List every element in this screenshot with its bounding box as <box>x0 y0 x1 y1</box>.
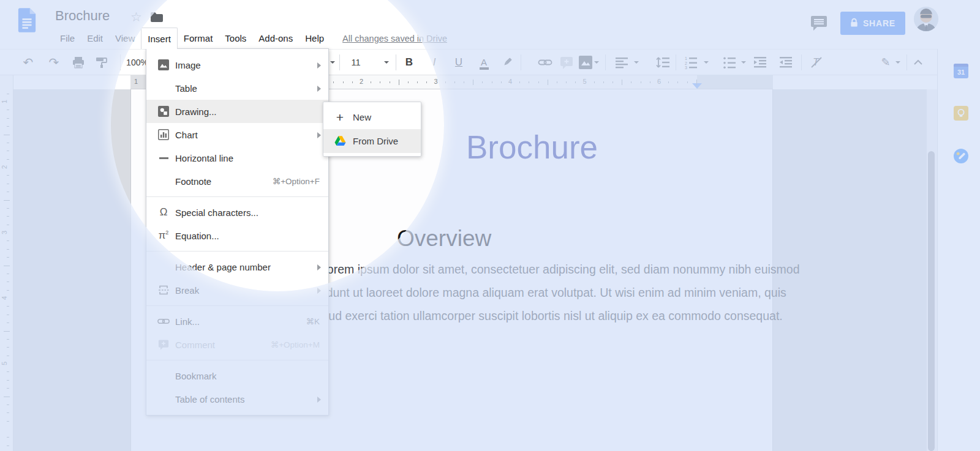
ruler-number: 2 <box>1 165 8 169</box>
print-button[interactable] <box>70 50 87 75</box>
ruler-tick <box>408 81 409 83</box>
font-family-select-arrow[interactable] <box>328 50 337 75</box>
share-button[interactable]: SHARE <box>840 12 905 35</box>
toolbar-divider <box>339 54 340 70</box>
menu-item-equation[interactable]: π2Equation... <box>146 224 328 247</box>
line-spacing-button[interactable] <box>653 50 673 75</box>
numbered-list-button[interactable]: 123 <box>682 50 700 75</box>
google-docs-logo-icon[interactable] <box>17 7 37 35</box>
insert-comment-button[interactable] <box>557 50 576 75</box>
menu-item-horizontal-line[interactable]: Horizontal line <box>146 146 328 170</box>
comments-icon[interactable] <box>810 15 828 35</box>
insert-image-button[interactable] <box>576 50 595 75</box>
ruler-tick <box>417 81 418 83</box>
bulleted-list-button[interactable] <box>720 50 739 75</box>
undo-button[interactable]: ↶ <box>20 50 37 75</box>
menu-item-label: Table of contents <box>175 394 328 404</box>
increase-indent-button[interactable] <box>777 50 795 75</box>
menu-item-shortcut: ⌘+Option+M <box>271 340 320 349</box>
avatar[interactable] <box>914 7 938 31</box>
ruler-tick <box>7 184 9 184</box>
menu-divider <box>146 196 328 197</box>
menubar-item-help[interactable]: Help <box>299 28 330 49</box>
document-title[interactable]: Brochure <box>55 8 110 24</box>
menu-item-drawing[interactable]: Drawing... <box>146 100 328 123</box>
scrollbar-thumb[interactable] <box>928 151 935 451</box>
menu-item-footnote[interactable]: Footnote⌘+Option+F <box>146 170 328 193</box>
redo-button[interactable]: ↷ <box>45 50 62 75</box>
menu-item-image[interactable]: Image <box>146 53 328 76</box>
right-indent-marker-icon[interactable] <box>692 83 702 89</box>
menu-item-chart[interactable]: Chart <box>146 123 328 146</box>
ruler-tick <box>7 175 9 176</box>
ruler-tick <box>343 81 344 83</box>
image-icon <box>154 59 173 70</box>
ruler-tick <box>7 118 9 119</box>
paint-format-button[interactable] <box>93 50 110 75</box>
ruler-tick <box>4 331 10 332</box>
ruler-tick <box>7 216 9 217</box>
ruler-tick <box>7 380 9 381</box>
submenu-item-label: New <box>353 112 371 122</box>
italic-button[interactable]: I <box>426 50 443 75</box>
svg-text:1: 1 <box>685 56 687 61</box>
text-color-button[interactable]: A <box>475 50 492 75</box>
ruler-tick <box>7 110 9 110</box>
ruler-tick <box>7 339 9 340</box>
bulleted-list-arrow[interactable] <box>740 50 747 75</box>
menubar-item-view[interactable]: View <box>109 28 141 49</box>
align-button[interactable] <box>612 50 631 75</box>
star-icon[interactable]: ☆ <box>130 10 142 24</box>
menu-item-link[interactable]: Link...⌘K <box>146 310 328 333</box>
ruler-tick <box>7 388 9 389</box>
ruler-tick <box>464 81 464 83</box>
menubar-item-insert[interactable]: Insert <box>141 28 178 49</box>
google-keep-icon[interactable] <box>954 106 968 121</box>
menubar-item-edit[interactable]: Edit <box>81 28 109 49</box>
bold-button[interactable]: B <box>401 50 418 75</box>
vertical-ruler[interactable]: 12345 <box>0 75 13 451</box>
menu-item-comment[interactable]: Comment⌘+Option+M <box>146 333 328 356</box>
menu-divider <box>146 360 328 360</box>
menu-item-bookmark[interactable]: Bookmark <box>146 364 328 387</box>
submenu-item-from-drive[interactable]: From Drive <box>323 129 421 153</box>
menubar-item-tools[interactable]: Tools <box>219 28 252 49</box>
vertical-scrollbar[interactable] <box>927 89 937 451</box>
menu-item-table-of-contents[interactable]: Table of contents <box>146 387 328 411</box>
ruler-tick <box>7 371 9 372</box>
ruler-tick <box>668 81 669 83</box>
menu-item-label: Table <box>175 83 328 94</box>
decrease-indent-button[interactable] <box>751 50 769 75</box>
ruler-tick <box>594 81 595 83</box>
pi-icon: π2 <box>154 229 173 242</box>
font-size-select[interactable]: 11 <box>347 50 365 75</box>
google-tasks-icon[interactable] <box>954 149 968 163</box>
editing-mode-button[interactable]: ✎ <box>877 50 894 75</box>
numbered-list-arrow[interactable] <box>703 50 710 75</box>
saved-status-link[interactable]: All changes saved in Drive <box>342 28 447 49</box>
highlight-color-button[interactable] <box>499 50 516 75</box>
menu-item-shortcut: ⌘K <box>306 316 320 326</box>
collapse-toolbar-button[interactable] <box>910 50 926 75</box>
clear-formatting-button[interactable]: T <box>807 50 826 75</box>
menubar-item-format[interactable]: Format <box>178 28 219 49</box>
underline-button[interactable]: U <box>450 50 467 75</box>
menu-item-header-page-number[interactable]: Header & page number <box>146 255 328 278</box>
menubar-item-addons[interactable]: Add-ons <box>252 28 299 49</box>
break-icon <box>154 285 173 296</box>
insert-image-arrow[interactable] <box>593 50 600 75</box>
menu-item-special-characters[interactable]: ΩSpecial characters... <box>146 201 328 224</box>
google-calendar-icon[interactable]: 31 <box>954 64 968 78</box>
menu-item-table[interactable]: Table <box>146 76 328 100</box>
move-to-folder-icon[interactable] <box>150 12 164 25</box>
ruler-tick <box>7 159 9 160</box>
font-size-arrow[interactable] <box>382 50 391 75</box>
menu-item-break[interactable]: Break <box>146 278 328 302</box>
submenu-item-new[interactable]: +New <box>323 105 421 129</box>
ruler-tick <box>7 445 9 446</box>
menubar-item-file[interactable]: File <box>54 28 81 49</box>
insert-link-button[interactable] <box>535 50 555 75</box>
align-arrow[interactable] <box>633 50 640 75</box>
editing-mode-arrow[interactable] <box>894 50 902 75</box>
ruler-number: 4 <box>1 296 8 300</box>
